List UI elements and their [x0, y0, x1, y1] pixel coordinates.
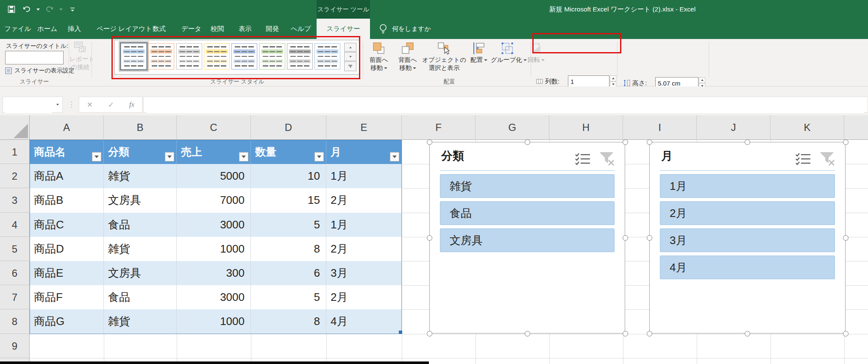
- selection-handle[interactable]: [525, 331, 530, 336]
- buttons-columns-input[interactable]: [568, 76, 609, 87]
- ribbon-tab-6[interactable]: 校閲: [211, 19, 224, 39]
- formula-bar-splitter[interactable]: ⋮: [68, 97, 72, 113]
- ribbon-tab-0[interactable]: ファイル: [4, 19, 31, 39]
- table-cell[interactable]: 1月: [326, 213, 402, 237]
- table-cell[interactable]: 1000: [177, 309, 251, 333]
- selection-handle[interactable]: [745, 331, 750, 336]
- tell-me-box[interactable]: 何をしますか: [378, 19, 431, 39]
- row-header-9[interactable]: 9: [0, 334, 30, 358]
- table-cell[interactable]: 文房具: [104, 261, 177, 285]
- undo-icon[interactable]: [21, 4, 32, 15]
- ribbon-tab-slicer-active[interactable]: スライサー: [317, 19, 370, 39]
- ribbon-tab-9[interactable]: ヘルプ: [291, 19, 311, 39]
- slicer-style-steel-blue[interactable]: [231, 43, 257, 69]
- selection-handle[interactable]: [843, 139, 849, 145]
- ribbon-tab-4[interactable]: 数式: [153, 19, 166, 39]
- slicer-item[interactable]: 食品: [440, 201, 615, 225]
- gallery-more-button[interactable]: [344, 61, 356, 71]
- table-cell[interactable]: 7000: [177, 188, 251, 212]
- column-header-K[interactable]: K: [771, 115, 844, 140]
- ribbon-tab-8[interactable]: 開発: [266, 19, 279, 39]
- table-cell[interactable]: 商品B: [30, 188, 104, 212]
- table-cell[interactable]: 5: [251, 213, 326, 237]
- column-header-I[interactable]: I: [623, 115, 697, 140]
- row-header-1[interactable]: 1: [0, 140, 30, 164]
- table-cell[interactable]: 文房具: [104, 188, 177, 212]
- undo-dropdown-icon[interactable]: [36, 8, 40, 11]
- selection-handle[interactable]: [525, 139, 530, 145]
- row-header-4[interactable]: 4: [0, 213, 30, 237]
- slicer-1[interactable]: 月1月2月3月4月: [649, 142, 846, 333]
- table-cell[interactable]: 商品A: [30, 164, 104, 188]
- name-box[interactable]: [3, 97, 63, 113]
- enter-icon[interactable]: ✓: [108, 100, 114, 109]
- selection-handle[interactable]: [647, 139, 652, 145]
- filter-dropdown-icon[interactable]: [390, 152, 399, 161]
- arrange-button-bring-forward[interactable]: 前面へ移動: [365, 41, 392, 72]
- table-cell[interactable]: 食品: [104, 285, 177, 309]
- ribbon-tab-1[interactable]: ホーム: [37, 19, 57, 39]
- selection-handle[interactable]: [647, 235, 652, 241]
- name-box-dropdown-icon[interactable]: [56, 104, 59, 106]
- column-header-A[interactable]: A: [30, 115, 104, 140]
- insert-function-icon[interactable]: fx: [129, 100, 134, 109]
- column-header-C[interactable]: C: [177, 115, 251, 140]
- table-cell[interactable]: 6: [251, 261, 326, 285]
- table-cell[interactable]: 3000: [177, 285, 251, 309]
- row-header-8[interactable]: 8: [0, 309, 30, 333]
- select-all-corner[interactable]: [0, 115, 30, 140]
- filter-dropdown-icon[interactable]: [165, 152, 174, 161]
- column-header-F[interactable]: F: [402, 115, 476, 140]
- selection-handle[interactable]: [843, 235, 849, 241]
- arrange-button-group[interactable]: グループ化: [491, 41, 524, 64]
- table-cell[interactable]: 商品C: [30, 213, 104, 237]
- column-header-H[interactable]: H: [549, 115, 623, 140]
- ribbon-tab-3[interactable]: ページ レイアウト: [97, 19, 152, 39]
- arrange-button-align[interactable]: 配置: [468, 41, 490, 64]
- slicer-item[interactable]: 2月: [660, 201, 835, 225]
- multi-select-icon[interactable]: [575, 152, 592, 166]
- table-resize-handle[interactable]: [399, 331, 402, 334]
- ribbon-tab-5[interactable]: データ: [181, 19, 201, 39]
- selection-handle[interactable]: [623, 139, 628, 145]
- table-cell[interactable]: 8: [251, 237, 326, 261]
- table-cell[interactable]: 2月: [326, 237, 402, 261]
- selection-handle[interactable]: [623, 331, 628, 336]
- table-cell[interactable]: 10: [251, 164, 326, 188]
- name-box-input[interactable]: [5, 97, 52, 113]
- row-header-5[interactable]: 5: [0, 237, 30, 261]
- selection-handle[interactable]: [427, 139, 432, 145]
- table-cell[interactable]: 5: [251, 285, 326, 309]
- slicer-style-orange[interactable]: [148, 43, 174, 69]
- row-header-7[interactable]: 7: [0, 285, 30, 309]
- selection-handle[interactable]: [647, 331, 652, 336]
- table-cell[interactable]: 2月: [326, 285, 402, 309]
- table-cell[interactable]: 2月: [326, 188, 402, 212]
- table-cell[interactable]: 5000: [177, 164, 251, 188]
- slicer-settings-button[interactable]: スライサーの表示設定: [5, 67, 75, 75]
- table-cell[interactable]: 雑貨: [104, 309, 177, 333]
- multi-select-icon[interactable]: [795, 152, 812, 166]
- table-cell[interactable]: 商品F: [30, 285, 104, 309]
- gallery-scroll-up-button[interactable]: [344, 43, 356, 52]
- slicer-item[interactable]: 文房具: [440, 228, 615, 252]
- cancel-icon[interactable]: ✕: [87, 100, 93, 109]
- table-cell[interactable]: 15: [251, 188, 326, 212]
- buttons-columns-spin-up-icon[interactable]: [610, 75, 616, 81]
- clear-filter-icon[interactable]: [819, 152, 836, 166]
- slicer-item[interactable]: 1月: [660, 174, 835, 198]
- table-cell[interactable]: 雑貨: [104, 237, 177, 261]
- table-cell[interactable]: 300: [177, 261, 251, 285]
- table-cell[interactable]: 商品D: [30, 237, 104, 261]
- column-header-B[interactable]: B: [104, 115, 177, 140]
- slicer-style-light-blue[interactable]: [121, 43, 147, 69]
- slicer-style-gray[interactable]: [176, 43, 202, 69]
- table-cell[interactable]: 雑貨: [104, 164, 177, 188]
- clear-filter-icon[interactable]: [598, 152, 615, 166]
- column-header-G[interactable]: G: [476, 115, 549, 140]
- selection-handle[interactable]: [843, 331, 849, 336]
- table-cell[interactable]: 1000: [177, 237, 251, 261]
- report-connections-button[interactable]: レポート の接続: [70, 41, 91, 71]
- slicer-caption-input[interactable]: [6, 51, 63, 64]
- arrange-button-selection-pane[interactable]: オブジェクトの選択と表示: [422, 41, 466, 72]
